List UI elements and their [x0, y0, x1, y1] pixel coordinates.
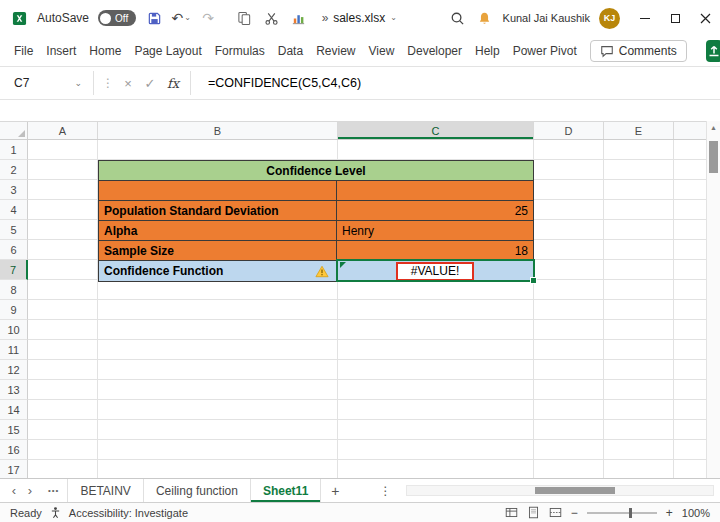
cancel-icon[interactable]: × [117, 76, 139, 91]
undo-dropdown-icon[interactable]: ⌄ [184, 14, 191, 22]
redo-icon[interactable]: ↷ [199, 7, 217, 29]
row-header-7[interactable]: 7 [0, 260, 28, 280]
tab-home[interactable]: Home [89, 44, 121, 58]
sheet-tab-sheet11[interactable]: Sheet11 [251, 479, 321, 502]
tab-formulas[interactable]: Formulas [215, 44, 265, 58]
row-header-8[interactable]: 8 [0, 280, 28, 300]
cell-c3[interactable] [337, 181, 533, 201]
tab-help[interactable]: Help [475, 44, 500, 58]
vertical-scroll-thumb[interactable] [709, 141, 718, 173]
cell-b7-label[interactable]: Confidence Function [99, 261, 337, 281]
formula-bar-handle-icon[interactable]: ⋮ [99, 76, 117, 90]
row-header-4[interactable]: 4 [0, 200, 28, 220]
row-header-16[interactable]: 16 [0, 440, 28, 460]
sheet-tab-ceiling-function[interactable]: Ceiling function [144, 479, 251, 502]
column-header-d[interactable]: D [534, 122, 604, 139]
sheet-nav-right-icon[interactable]: › [22, 483, 38, 498]
autosave-toggle[interactable]: Off [98, 10, 136, 26]
select-all-button[interactable] [0, 122, 28, 139]
sheet-tab-betainv[interactable]: BETAINV [67, 479, 143, 502]
vertical-scrollbar[interactable]: ▲ [706, 121, 720, 478]
toolbar-overflow-icon[interactable]: » [316, 7, 334, 29]
cut-icon[interactable] [262, 7, 280, 29]
add-sheet-icon[interactable]: + [331, 483, 339, 499]
row-header-9[interactable]: 9 [0, 300, 28, 320]
error-warning-icon[interactable] [315, 265, 329, 278]
row-header-13[interactable]: 13 [0, 380, 28, 400]
tab-power-pivot[interactable]: Power Pivot [513, 44, 577, 58]
sheet-tab-bar: ‹ › ••• BETAINV Ceiling function Sheet11… [0, 478, 720, 502]
column-header-e[interactable]: E [604, 122, 674, 139]
zoom-in-icon[interactable]: + [666, 506, 673, 520]
tab-developer[interactable]: Developer [407, 44, 462, 58]
zoom-slider[interactable] [587, 512, 657, 514]
column-header-b[interactable]: B [98, 122, 338, 139]
row-header-17[interactable]: 17 [0, 460, 28, 478]
row-header-12[interactable]: 12 [0, 360, 28, 380]
cell-c7-value[interactable]: #VALUE! [337, 261, 533, 281]
row-header-14[interactable]: 14 [0, 400, 28, 420]
worksheet-area: A B C D E 1 2 3 4 5 6 7 8 9 [0, 100, 720, 478]
row-header-5[interactable]: 5 [0, 220, 28, 240]
row-header-10[interactable]: 10 [0, 320, 28, 340]
cell-b6-label[interactable]: Sample Size [99, 241, 337, 261]
copy-icon[interactable] [235, 7, 253, 29]
comments-button[interactable]: Comments [590, 40, 687, 62]
user-name[interactable]: Kunal Jai Kaushik [503, 12, 590, 24]
row-header-2[interactable]: 2 [0, 160, 28, 180]
cell-b3[interactable] [99, 181, 337, 201]
row-header-6[interactable]: 6 [0, 240, 28, 260]
enter-icon[interactable]: ✓ [139, 76, 161, 91]
cell-c6-value[interactable]: 18 [337, 241, 533, 261]
horizontal-scrollbar[interactable] [406, 485, 715, 496]
name-box[interactable]: C7 ⌄ [8, 76, 88, 90]
share-button[interactable] [706, 40, 720, 62]
column-header-a[interactable]: A [28, 122, 98, 139]
sheet-more-icon[interactable]: ⋮ [380, 484, 392, 498]
accessibility-status[interactable]: Accessibility: Investigate [69, 507, 188, 519]
cell-c5-value[interactable]: Henry [337, 221, 533, 241]
close-button[interactable] [690, 0, 720, 36]
sheet-nav-left-icon[interactable]: ‹ [6, 483, 22, 498]
maximize-button[interactable] [660, 0, 690, 36]
sheet-grid[interactable]: 1 2 3 4 5 6 7 8 9 10 11 12 13 14 15 16 1… [0, 140, 720, 478]
undo-icon[interactable]: ↶ ⌄ [172, 7, 190, 29]
cell-b4-label[interactable]: Population Standard Deviation [99, 201, 337, 221]
zoom-out-icon[interactable]: − [571, 506, 578, 520]
filename-dropdown[interactable]: sales.xlsx ⌄ [333, 11, 397, 25]
insert-function-icon[interactable]: fx [161, 76, 185, 91]
cell-c4-value[interactable]: 25 [337, 201, 533, 221]
name-box-chevron-icon[interactable]: ⌄ [74, 78, 82, 88]
row-header-11[interactable]: 11 [0, 340, 28, 360]
zoom-level[interactable]: 100% [682, 507, 710, 519]
tab-data[interactable]: Data [278, 44, 303, 58]
formula-input[interactable]: =CONFIDENCE(C5,C4,C6) [208, 76, 361, 90]
tab-insert[interactable]: Insert [46, 44, 76, 58]
sheet-list-icon[interactable]: ••• [48, 486, 59, 495]
page-break-view-icon[interactable] [549, 506, 562, 519]
tab-page-layout[interactable]: Page Layout [134, 44, 201, 58]
column-header-c[interactable]: C [338, 122, 534, 139]
bell-icon[interactable] [476, 7, 494, 29]
zoom-slider-knob[interactable] [629, 508, 632, 518]
horizontal-scroll-thumb[interactable] [535, 487, 615, 494]
row-header-1[interactable]: 1 [0, 140, 28, 160]
tab-view[interactable]: View [369, 44, 395, 58]
formula-bar-divider [93, 71, 94, 95]
accessibility-icon[interactable] [49, 506, 62, 519]
cell-b2-title[interactable]: Confidence Level [99, 161, 533, 181]
fill-handle[interactable] [530, 277, 537, 284]
save-icon[interactable] [145, 7, 163, 29]
tab-review[interactable]: Review [316, 44, 355, 58]
row-header-15[interactable]: 15 [0, 420, 28, 440]
page-layout-view-icon[interactable] [527, 506, 540, 519]
scroll-up-icon[interactable]: ▲ [707, 121, 720, 135]
search-icon[interactable] [449, 7, 467, 29]
cell-b5-label[interactable]: Alpha [99, 221, 337, 241]
avatar[interactable]: KJ [599, 8, 620, 29]
row-header-3[interactable]: 3 [0, 180, 28, 200]
chart-icon[interactable] [289, 7, 307, 29]
normal-view-icon[interactable] [505, 506, 518, 519]
tab-file[interactable]: File [14, 44, 33, 58]
minimize-button[interactable] [630, 0, 660, 36]
